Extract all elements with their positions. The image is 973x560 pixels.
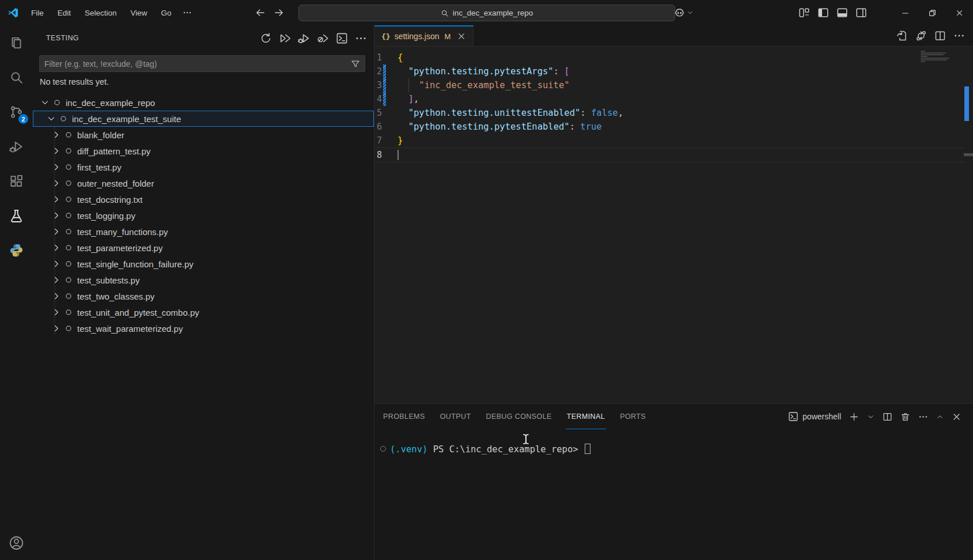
code-editor[interactable]: 1{2 "python.testing.pytestArgs": [3 "inc… (374, 46, 973, 403)
close-window-button[interactable] (946, 0, 973, 25)
back-icon[interactable] (255, 7, 266, 18)
active-terminal-entry[interactable]: powershell (788, 411, 841, 422)
tree-item-label: test_single_function_failure.py (77, 259, 194, 269)
code-line-4[interactable]: 4 ], (374, 92, 964, 106)
restore-button[interactable] (919, 0, 946, 25)
chevron-right-icon[interactable] (52, 292, 61, 301)
new-terminal-icon[interactable] (849, 412, 859, 422)
terminal-dropdown-icon[interactable] (867, 413, 874, 421)
chevron-right-icon[interactable] (52, 243, 61, 252)
tree-item[interactable]: test_docstring.txt (33, 191, 374, 207)
tree-item[interactable]: diff_pattern_test.py (33, 143, 374, 159)
terminal-prompt-line[interactable]: (.venv) PS C:\inc_dec_example_repo> (374, 442, 590, 456)
tree-item[interactable]: first_test.py (33, 159, 374, 175)
minimize-icon (901, 9, 910, 17)
panel-tab-ports[interactable]: PORTS (619, 404, 647, 429)
menu-file[interactable]: File (24, 9, 51, 17)
activity-item-run-and-debug[interactable] (0, 129, 33, 164)
code-line-5[interactable]: 5 "python.testing.unittestEnabled": fals… (374, 106, 964, 120)
tree-item[interactable]: test_many_functions.py (33, 224, 374, 240)
panel-tab-output[interactable]: OUTPUT (439, 404, 472, 429)
coverage-icon[interactable] (317, 32, 329, 44)
code-line-7[interactable]: 7} (374, 134, 964, 147)
chevron-right-icon[interactable] (52, 308, 61, 317)
tree-item[interactable]: test_single_function_failure.py (33, 256, 374, 272)
layout-customize-icon[interactable] (798, 7, 810, 18)
code-line-3[interactable]: 3 "inc_dec_example_test_suite" (374, 78, 964, 92)
more-icon (183, 8, 192, 17)
close-panel-icon[interactable] (952, 412, 961, 422)
debug-all-icon[interactable] (298, 32, 310, 44)
chevron-right-icon[interactable] (52, 195, 61, 204)
copilot-menu[interactable] (674, 0, 694, 25)
tree-item[interactable]: blank_folder (33, 127, 374, 143)
code-line-8[interactable]: 8 (374, 147, 964, 162)
activity-item-search[interactable] (0, 60, 33, 94)
terminal-icon[interactable] (336, 32, 348, 44)
tree-item[interactable]: test_two_classes.py (33, 288, 374, 304)
maximize-panel-icon[interactable] (936, 413, 944, 421)
close-tab-icon[interactable] (457, 32, 466, 41)
refresh-icon[interactable] (260, 32, 272, 44)
compare-changes-icon[interactable] (915, 30, 927, 41)
chevron-down-icon[interactable] (47, 114, 56, 123)
activity-item-explorer[interactable] (0, 25, 33, 60)
code-line-1[interactable]: 1{ (374, 51, 964, 65)
panel-right-icon[interactable] (855, 7, 867, 18)
code-line-2[interactable]: 2 "python.testing.pytestArgs": [ (374, 65, 964, 78)
chevron-right-icon[interactable] (52, 211, 61, 220)
activity-item-source-control[interactable]: 2 (0, 94, 33, 129)
menu-edit[interactable]: Edit (51, 9, 78, 17)
menu-more-button[interactable] (179, 5, 196, 20)
tree-item[interactable]: outer_nested_folder (33, 175, 374, 191)
overview-ruler[interactable] (964, 46, 973, 403)
split-terminal-icon[interactable] (883, 412, 892, 422)
panel-tab-terminal[interactable]: TERMINAL (566, 404, 606, 429)
forward-icon[interactable] (274, 7, 284, 18)
menu-selection[interactable]: Selection (78, 9, 124, 17)
vscode-window: FileEditSelectionViewGo inc_dec_example_… (0, 0, 973, 560)
code-line-6[interactable]: 6 "python.testing.pytestEnabled": true (374, 120, 964, 134)
menu-view[interactable]: View (124, 9, 154, 17)
test-filter-input[interactable] (40, 59, 351, 69)
more-icon[interactable] (953, 30, 965, 41)
run-and-debug-icon (9, 139, 24, 154)
more-icon[interactable] (355, 32, 367, 44)
tree-item[interactable]: test_wait_parameterized.py (33, 320, 374, 336)
chevron-right-icon[interactable] (52, 227, 61, 236)
chevron-right-icon[interactable] (52, 146, 61, 156)
activity-item-testing[interactable] (0, 198, 33, 233)
activity-item-python[interactable] (0, 233, 33, 267)
chevron-right-icon[interactable] (52, 179, 61, 188)
minimize-button[interactable] (892, 0, 919, 25)
tree-item[interactable]: test_logging.py (33, 207, 374, 224)
panel-bottom-icon[interactable] (836, 7, 848, 18)
activity-item-extensions[interactable] (0, 164, 33, 198)
filter-icon[interactable] (351, 59, 360, 69)
more-actions-icon[interactable] (918, 412, 928, 422)
tab-settings-json[interactable]: {} settings.json M (374, 25, 474, 46)
tree-item[interactable]: test_unit_and_pytest_combo.py (33, 304, 374, 320)
chevron-right-icon[interactable] (52, 324, 61, 333)
panel-tab-debug-console[interactable]: DEBUG CONSOLE (484, 404, 552, 429)
chevron-down-icon[interactable] (40, 98, 50, 107)
activity-item-account[interactable] (0, 528, 33, 558)
chevron-right-icon[interactable] (52, 162, 61, 172)
run-all-icon[interactable] (279, 32, 291, 44)
panel-left-icon[interactable] (817, 7, 829, 18)
explorer-icon (9, 36, 24, 50)
split-editor-icon[interactable] (934, 30, 946, 41)
panel-tab-problems[interactable]: PROBLEMS (382, 404, 426, 429)
tree-item[interactable]: inc_dec_example_repo (33, 94, 374, 111)
chevron-right-icon[interactable] (52, 275, 61, 285)
kill-terminal-icon[interactable] (900, 412, 910, 422)
chevron-right-icon[interactable] (52, 130, 61, 139)
tree-item[interactable]: inc_dec_example_test_suite (33, 111, 374, 127)
tree-item[interactable]: test_parameterized.py (33, 240, 374, 256)
menu-go[interactable]: Go (154, 9, 179, 17)
open-file-icon[interactable] (896, 30, 908, 41)
command-center-search[interactable]: inc_dec_example_repo (298, 5, 675, 21)
line-number: 2 (374, 65, 382, 78)
tree-item[interactable]: test_subtests.py (33, 272, 374, 288)
chevron-right-icon[interactable] (52, 259, 61, 268)
